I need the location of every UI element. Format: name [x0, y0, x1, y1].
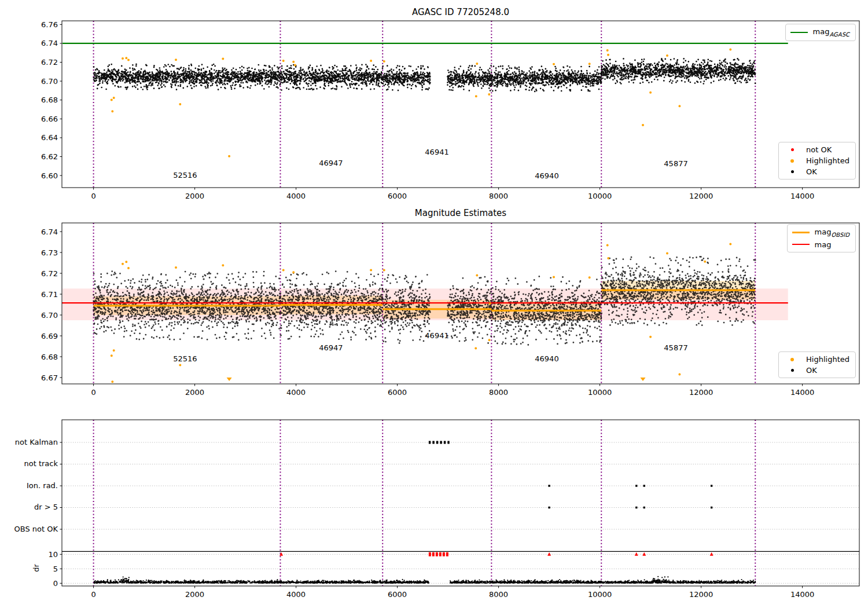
- legend-label: Highlighted: [806, 355, 849, 364]
- legend-row-mag: mag: [792, 240, 849, 249]
- clipped-point-triangle: [640, 378, 645, 381]
- y-tick-label: 6.71: [41, 290, 58, 299]
- legend-mag-lines: magOBSID mag: [787, 224, 856, 252]
- x-tick-label: 2000: [185, 590, 204, 599]
- y-tick-label: 6.67: [41, 373, 58, 382]
- legend-row-mag-agasc: magAGASC: [790, 27, 849, 38]
- obsid-label: 46947: [319, 343, 343, 352]
- dr-axis-label: dr: [32, 564, 41, 572]
- dr-tick-label: 5: [53, 565, 58, 573]
- y-tick-label: 6.62: [41, 152, 58, 161]
- y-tick-label: 6.74: [41, 39, 58, 47]
- y-tick-label: 6.69: [41, 332, 58, 340]
- y-tick-label: 6.70: [41, 311, 58, 320]
- clipped-point-triangle: [227, 378, 232, 381]
- ion-rad-point: [711, 485, 712, 486]
- ion-rad-point: [643, 485, 645, 486]
- x-tick-label: 4000: [286, 192, 306, 200]
- dr-gt5-point: [548, 507, 550, 508]
- obsid-label: 52516: [173, 171, 197, 180]
- black-dot-swatch: [784, 170, 801, 173]
- y-tick-label: 6.74: [41, 228, 58, 236]
- x-tick-label: 8000: [489, 192, 508, 200]
- red-dot-swatch: [784, 148, 801, 151]
- legend-row-ok: OK: [784, 366, 849, 375]
- x-tick-label: 10000: [588, 388, 612, 397]
- obsid-label: 46940: [535, 171, 558, 180]
- x-tick-label: 10000: [588, 590, 612, 599]
- flag-label-ion-rad: Ion. rad.: [0, 481, 58, 490]
- flag-label-not-kalman: not Kalman: [0, 438, 58, 447]
- obsid-label: 45877: [664, 343, 687, 352]
- legend-label: not OK: [806, 145, 832, 154]
- dr-gt5-point: [711, 507, 712, 508]
- obsid-label: 45877: [664, 159, 687, 168]
- top-plot-title: AGASC ID 77205248.0: [62, 7, 859, 17]
- orange-dot-swatch: [784, 358, 801, 361]
- dr-capped-point: [635, 552, 638, 556]
- y-tick-label: 6.68: [41, 353, 58, 361]
- legend-row-highlighted: Highlighted: [784, 156, 849, 165]
- dr-scatter: [94, 577, 756, 583]
- x-tick-label: 6000: [388, 192, 407, 200]
- y-tick-label: 6.60: [41, 171, 58, 180]
- x-tick-label: 0: [91, 388, 95, 397]
- flag-label-obs-not-ok: OBS not OK: [0, 525, 58, 534]
- x-tick-label: 4000: [286, 388, 306, 397]
- legend-row-highlighted: Highlighted: [784, 355, 849, 364]
- obsid-label: 46941: [425, 148, 448, 156]
- black-dot-swatch: [784, 369, 801, 372]
- obsid-label: 52516: [173, 354, 197, 363]
- x-tick-label: 6000: [388, 590, 407, 599]
- y-tick-label: 6.66: [41, 115, 58, 123]
- x-tick-label: 6000: [388, 388, 407, 397]
- legend-row-ok: OK: [784, 167, 849, 176]
- legend-status-top: not OK Highlighted OK: [778, 142, 856, 180]
- orange-line-swatch: [792, 232, 810, 233]
- x-tick-label: 12000: [689, 388, 713, 397]
- dr-capped-point: [710, 552, 713, 556]
- top-plot-frame: [62, 21, 859, 188]
- x-tick-label: 0: [91, 192, 95, 200]
- green-line-swatch: [790, 32, 808, 33]
- y-tick-label: 6.72: [41, 58, 58, 67]
- legend-label: mag: [815, 240, 832, 249]
- obsid-label: 46947: [319, 159, 343, 167]
- x-tick-label: 0: [91, 590, 95, 599]
- figure: 5251646947469414694045877020004000600080…: [0, 0, 868, 608]
- y-tick-label: 6.72: [41, 269, 58, 278]
- bottom-plot-frame: [62, 420, 859, 586]
- obsid-label: 46940: [535, 354, 558, 363]
- orange-dot-swatch: [784, 159, 801, 163]
- scatter-ok: [94, 58, 755, 91]
- x-tick-label: 2000: [185, 388, 204, 397]
- legend-label: OK: [806, 167, 817, 176]
- y-tick-label: 6.70: [41, 77, 58, 86]
- x-tick-label: 14000: [790, 590, 814, 599]
- legend-label: magAGASC: [813, 27, 849, 38]
- y-tick-label: 6.73: [41, 248, 58, 257]
- dr-gt5-point: [643, 507, 645, 508]
- x-tick-label: 14000: [790, 192, 814, 200]
- red-line-swatch: [792, 244, 810, 245]
- legend-label: OK: [806, 366, 817, 375]
- y-tick-label: 6.68: [41, 96, 58, 104]
- y-tick-label: 6.76: [41, 20, 58, 29]
- x-tick-label: 8000: [489, 590, 508, 599]
- legend-status-middle: Highlighted OK: [778, 351, 856, 378]
- middle-plot-title: Magnitude Estimates: [62, 208, 859, 218]
- legend-mag-agasc: magAGASC: [785, 24, 856, 41]
- legend-label: Highlighted: [806, 156, 849, 165]
- legend-row-mag-obsid: magOBSID: [792, 228, 849, 238]
- dr-tick-label: 0: [53, 579, 58, 588]
- legend-row-not-ok: not OK: [784, 145, 849, 154]
- legend-label: magOBSID: [815, 228, 849, 238]
- y-tick-label: 6.64: [41, 133, 58, 142]
- x-tick-label: 4000: [286, 590, 306, 599]
- x-tick-label: 10000: [588, 192, 612, 200]
- obsid-label: 46941: [425, 331, 448, 340]
- chart-canvas: 5251646947469414694045877020004000600080…: [0, 0, 868, 608]
- dr-tick-label: 10: [48, 550, 58, 559]
- x-tick-label: 12000: [689, 192, 713, 200]
- x-tick-label: 14000: [790, 388, 814, 397]
